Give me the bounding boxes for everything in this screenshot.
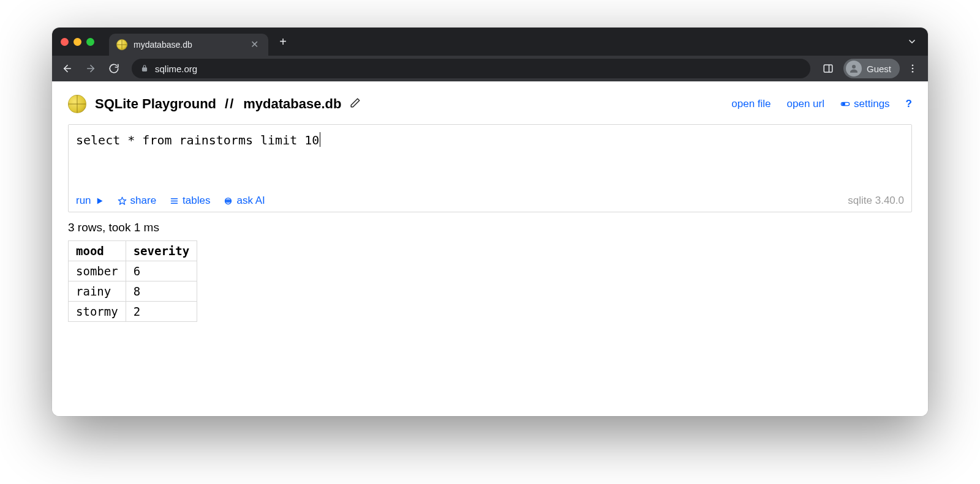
open-file-label: open file (731, 98, 771, 110)
browser-menu-button[interactable] (902, 58, 923, 79)
svg-rect-2 (824, 65, 832, 72)
svg-point-9 (842, 103, 845, 105)
tables-label: tables (183, 195, 210, 207)
settings-label: settings (854, 98, 890, 110)
tab-search-dropdown-button[interactable] (903, 34, 921, 49)
svg-point-5 (912, 64, 914, 66)
kebab-menu-icon (907, 63, 918, 74)
arrow-right-icon (85, 63, 96, 74)
open-file-link[interactable]: open file (731, 98, 771, 110)
text-caret (320, 132, 320, 147)
browser-toolbar: sqlime.org Guest (52, 56, 928, 81)
tab-favicon (116, 39, 127, 50)
table-row: somber 6 (69, 261, 197, 281)
tab-strip: mydatabase.db ✕ + (52, 28, 928, 56)
database-name: mydatabase.db (243, 96, 341, 112)
close-tab-button[interactable]: ✕ (248, 39, 261, 51)
editor-panel: select * from rainstorms limit 10 run sh… (68, 124, 912, 212)
svg-point-4 (852, 65, 856, 69)
pencil-icon (350, 97, 361, 108)
header-links: open file open url settings ? (731, 98, 912, 110)
svg-point-7 (912, 71, 914, 73)
run-button[interactable]: run (76, 195, 104, 207)
settings-link[interactable]: settings (840, 98, 890, 110)
ask-ai-label: ask AI (236, 195, 265, 207)
reload-button[interactable] (104, 58, 124, 79)
share-label: share (130, 195, 157, 207)
reload-icon (108, 63, 119, 74)
url-bar[interactable]: sqlime.org (132, 59, 810, 78)
result-status: 3 rows, took 1 ms (68, 221, 912, 234)
help-label: ? (906, 98, 912, 110)
column-header-severity: severity (126, 241, 197, 261)
back-button[interactable] (57, 58, 78, 79)
browser-window: mydatabase.db ✕ + sqlime.org (52, 28, 928, 416)
profile-label: Guest (867, 64, 891, 74)
app-logo-icon (68, 95, 86, 113)
sql-editor-content: select * from rainstorms limit 10 (76, 133, 319, 147)
new-tab-button[interactable]: + (274, 33, 292, 50)
window-close-button[interactable] (61, 38, 69, 46)
cell-mood: rainy (69, 281, 126, 302)
play-icon (95, 196, 104, 206)
sphere-icon (224, 196, 233, 206)
cell-severity: 2 (126, 302, 197, 322)
chevron-down-icon (907, 37, 917, 47)
results-table: mood severity somber 6 rainy 8 stormy 2 (68, 240, 197, 322)
sql-editor[interactable]: select * from rainstorms limit 10 (69, 125, 911, 191)
window-minimize-button[interactable] (74, 38, 81, 46)
app-title: SQLite Playground (95, 96, 216, 112)
lock-icon (140, 64, 149, 73)
browser-tab[interactable]: mydatabase.db ✕ (109, 34, 268, 56)
open-url-link[interactable]: open url (787, 98, 824, 110)
column-header-mood: mood (69, 241, 126, 261)
svg-marker-11 (118, 197, 126, 204)
table-row: stormy 2 (69, 302, 197, 322)
table-header-row: mood severity (69, 241, 197, 261)
edit-db-name-button[interactable] (350, 96, 361, 112)
window-maximize-button[interactable] (86, 38, 94, 46)
forward-button[interactable] (80, 58, 101, 79)
profile-button[interactable]: Guest (843, 59, 900, 78)
tab-title: mydatabase.db (134, 40, 242, 50)
cell-mood: stormy (69, 302, 126, 322)
header-separator: // (225, 96, 235, 112)
ask-ai-button[interactable]: ask AI (224, 195, 265, 207)
open-url-label: open url (787, 98, 824, 110)
star-icon (118, 196, 127, 206)
run-label: run (76, 195, 91, 207)
cell-severity: 6 (126, 261, 197, 281)
cell-mood: somber (69, 261, 126, 281)
page-header: SQLite Playground // mydatabase.db open … (68, 95, 912, 113)
sqlite-version: sqlite 3.40.0 (848, 195, 904, 207)
share-button[interactable]: share (118, 195, 157, 207)
editor-toolbar: run share tables ask AI sqlite 3.40.0 (69, 191, 911, 212)
table-row: rainy 8 (69, 281, 197, 302)
svg-marker-10 (97, 198, 102, 204)
avatar-icon (846, 61, 862, 76)
side-panel-icon (823, 63, 834, 74)
help-link[interactable]: ? (906, 98, 912, 110)
list-icon (170, 196, 179, 206)
side-panel-button[interactable] (818, 58, 839, 79)
arrow-left-icon (62, 63, 73, 74)
tables-button[interactable]: tables (170, 195, 210, 207)
url-text: sqlime.org (155, 64, 802, 74)
traffic-lights (61, 38, 94, 46)
cell-severity: 8 (126, 281, 197, 302)
svg-point-6 (912, 68, 914, 70)
toggle-icon (840, 99, 850, 109)
page-content: SQLite Playground // mydatabase.db open … (52, 81, 928, 416)
